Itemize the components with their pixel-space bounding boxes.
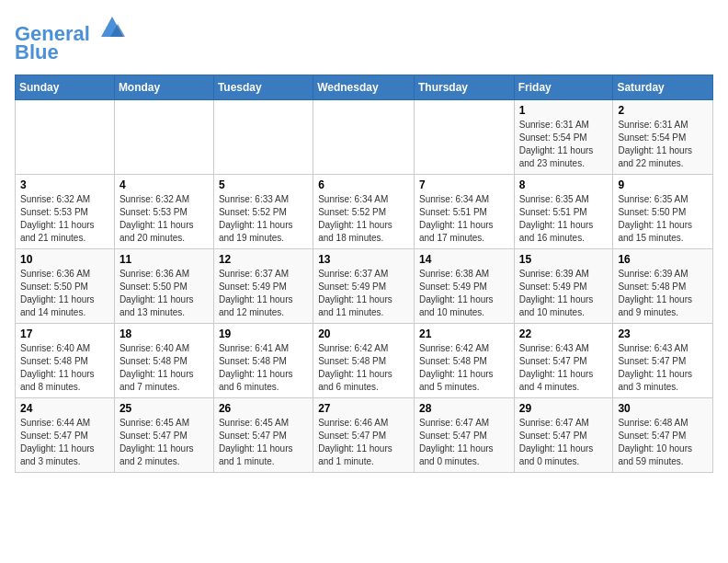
day-info: Sunrise: 6:48 AMSunset: 5:47 PMDaylight:… — [618, 417, 708, 468]
calendar-table: SundayMondayTuesdayWednesdayThursdayFrid… — [15, 75, 713, 473]
day-cell: 29Sunrise: 6:47 AMSunset: 5:47 PMDayligh… — [514, 398, 613, 473]
day-cell: 16Sunrise: 6:39 AMSunset: 5:48 PMDayligh… — [613, 249, 713, 324]
day-cell: 6Sunrise: 6:34 AMSunset: 5:52 PMDaylight… — [313, 175, 415, 249]
day-cell — [313, 100, 415, 175]
day-info: Sunrise: 6:46 AMSunset: 5:47 PMDaylight:… — [318, 417, 409, 468]
day-number: 4 — [119, 178, 209, 191]
header-cell-monday: Monday — [114, 75, 213, 100]
day-number: 22 — [519, 327, 609, 340]
day-info: Sunrise: 6:47 AMSunset: 5:47 PMDaylight:… — [419, 417, 509, 468]
day-cell: 7Sunrise: 6:34 AMSunset: 5:51 PMDaylight… — [414, 175, 514, 249]
day-cell: 2Sunrise: 6:31 AMSunset: 5:54 PMDaylight… — [613, 100, 713, 175]
week-row-1: 1Sunrise: 6:31 AMSunset: 5:54 PMDaylight… — [16, 100, 713, 175]
day-info: Sunrise: 6:42 AMSunset: 5:48 PMDaylight:… — [419, 342, 509, 394]
day-info: Sunrise: 6:42 AMSunset: 5:48 PMDaylight:… — [318, 342, 409, 394]
day-cell: 12Sunrise: 6:37 AMSunset: 5:49 PMDayligh… — [213, 249, 313, 324]
day-cell: 15Sunrise: 6:39 AMSunset: 5:49 PMDayligh… — [514, 249, 613, 324]
day-number: 29 — [519, 402, 609, 415]
page-header: General Blue — [15, 15, 713, 63]
day-info: Sunrise: 6:45 AMSunset: 5:47 PMDaylight:… — [119, 417, 209, 468]
day-cell: 18Sunrise: 6:40 AMSunset: 5:48 PMDayligh… — [114, 324, 213, 398]
day-number: 1 — [519, 104, 609, 117]
day-cell: 27Sunrise: 6:46 AMSunset: 5:47 PMDayligh… — [313, 398, 415, 473]
day-info: Sunrise: 6:40 AMSunset: 5:48 PMDaylight:… — [119, 342, 209, 394]
header-cell-saturday: Saturday — [613, 75, 713, 100]
day-info: Sunrise: 6:43 AMSunset: 5:47 PMDaylight:… — [519, 342, 609, 394]
day-info: Sunrise: 6:36 AMSunset: 5:50 PMDaylight:… — [119, 268, 209, 319]
day-info: Sunrise: 6:45 AMSunset: 5:47 PMDaylight:… — [219, 417, 308, 468]
day-info: Sunrise: 6:44 AMSunset: 5:47 PMDaylight:… — [20, 417, 109, 468]
day-cell — [414, 100, 514, 175]
day-number: 19 — [219, 327, 308, 340]
day-info: Sunrise: 6:33 AMSunset: 5:52 PMDaylight:… — [219, 193, 308, 245]
day-number: 5 — [219, 178, 308, 191]
day-number: 6 — [318, 178, 409, 191]
day-number: 26 — [219, 402, 308, 415]
calendar-header: SundayMondayTuesdayWednesdayThursdayFrid… — [16, 75, 713, 100]
day-info: Sunrise: 6:47 AMSunset: 5:47 PMDaylight:… — [519, 417, 609, 468]
day-number: 18 — [119, 327, 209, 340]
day-info: Sunrise: 6:40 AMSunset: 5:48 PMDaylight:… — [20, 342, 109, 394]
day-number: 16 — [618, 253, 708, 266]
day-cell: 21Sunrise: 6:42 AMSunset: 5:48 PMDayligh… — [414, 324, 514, 398]
day-cell: 30Sunrise: 6:48 AMSunset: 5:47 PMDayligh… — [613, 398, 713, 473]
day-info: Sunrise: 6:32 AMSunset: 5:53 PMDaylight:… — [20, 193, 109, 245]
day-info: Sunrise: 6:37 AMSunset: 5:49 PMDaylight:… — [219, 268, 308, 319]
day-cell: 13Sunrise: 6:37 AMSunset: 5:49 PMDayligh… — [313, 249, 415, 324]
day-number: 7 — [419, 178, 509, 191]
day-number: 25 — [119, 402, 209, 415]
day-info: Sunrise: 6:43 AMSunset: 5:47 PMDaylight:… — [618, 342, 708, 394]
header-cell-tuesday: Tuesday — [213, 75, 313, 100]
day-cell: 19Sunrise: 6:41 AMSunset: 5:48 PMDayligh… — [213, 324, 313, 398]
day-info: Sunrise: 6:39 AMSunset: 5:49 PMDaylight:… — [519, 268, 609, 319]
day-number: 23 — [618, 327, 708, 340]
day-info: Sunrise: 6:34 AMSunset: 5:52 PMDaylight:… — [318, 193, 409, 245]
header-cell-wednesday: Wednesday — [313, 75, 415, 100]
day-cell: 10Sunrise: 6:36 AMSunset: 5:50 PMDayligh… — [16, 249, 115, 324]
day-cell: 9Sunrise: 6:35 AMSunset: 5:50 PMDaylight… — [613, 175, 713, 249]
day-info: Sunrise: 6:36 AMSunset: 5:50 PMDaylight:… — [20, 268, 109, 319]
day-number: 27 — [318, 402, 409, 415]
day-info: Sunrise: 6:35 AMSunset: 5:51 PMDaylight:… — [519, 193, 609, 245]
day-cell: 20Sunrise: 6:42 AMSunset: 5:48 PMDayligh… — [313, 324, 415, 398]
day-cell — [114, 100, 213, 175]
day-cell: 26Sunrise: 6:45 AMSunset: 5:47 PMDayligh… — [213, 398, 313, 473]
day-number: 2 — [618, 104, 708, 117]
day-info: Sunrise: 6:31 AMSunset: 5:54 PMDaylight:… — [519, 119, 609, 170]
week-row-4: 17Sunrise: 6:40 AMSunset: 5:48 PMDayligh… — [16, 324, 713, 398]
week-row-2: 3Sunrise: 6:32 AMSunset: 5:53 PMDaylight… — [16, 175, 713, 249]
day-info: Sunrise: 6:41 AMSunset: 5:48 PMDaylight:… — [219, 342, 308, 394]
day-number: 14 — [419, 253, 509, 266]
day-number: 8 — [519, 178, 609, 191]
header-cell-sunday: Sunday — [16, 75, 115, 100]
header-row: SundayMondayTuesdayWednesdayThursdayFrid… — [16, 75, 713, 100]
day-cell: 1Sunrise: 6:31 AMSunset: 5:54 PMDaylight… — [514, 100, 613, 175]
day-cell — [16, 100, 115, 175]
day-cell: 28Sunrise: 6:47 AMSunset: 5:47 PMDayligh… — [414, 398, 514, 473]
day-number: 24 — [20, 402, 109, 415]
day-info: Sunrise: 6:32 AMSunset: 5:53 PMDaylight:… — [119, 193, 209, 245]
day-number: 30 — [618, 402, 708, 415]
day-number: 11 — [119, 253, 209, 266]
logo: General Blue — [15, 15, 125, 63]
week-row-5: 24Sunrise: 6:44 AMSunset: 5:47 PMDayligh… — [16, 398, 713, 473]
day-number: 13 — [318, 253, 409, 266]
day-number: 20 — [318, 327, 409, 340]
day-cell: 22Sunrise: 6:43 AMSunset: 5:47 PMDayligh… — [514, 324, 613, 398]
day-cell: 25Sunrise: 6:45 AMSunset: 5:47 PMDayligh… — [114, 398, 213, 473]
day-number: 15 — [519, 253, 609, 266]
day-info: Sunrise: 6:37 AMSunset: 5:49 PMDaylight:… — [318, 268, 409, 319]
day-cell: 17Sunrise: 6:40 AMSunset: 5:48 PMDayligh… — [16, 324, 115, 398]
day-info: Sunrise: 6:35 AMSunset: 5:50 PMDaylight:… — [618, 193, 708, 245]
day-number: 10 — [20, 253, 109, 266]
day-cell: 5Sunrise: 6:33 AMSunset: 5:52 PMDaylight… — [213, 175, 313, 249]
day-number: 21 — [419, 327, 509, 340]
day-cell — [213, 100, 313, 175]
calendar-body: 1Sunrise: 6:31 AMSunset: 5:54 PMDaylight… — [16, 100, 713, 473]
day-cell: 3Sunrise: 6:32 AMSunset: 5:53 PMDaylight… — [16, 175, 115, 249]
week-row-3: 10Sunrise: 6:36 AMSunset: 5:50 PMDayligh… — [16, 249, 713, 324]
day-cell: 14Sunrise: 6:38 AMSunset: 5:49 PMDayligh… — [414, 249, 514, 324]
header-cell-friday: Friday — [514, 75, 613, 100]
day-number: 12 — [219, 253, 308, 266]
day-number: 9 — [618, 178, 708, 191]
